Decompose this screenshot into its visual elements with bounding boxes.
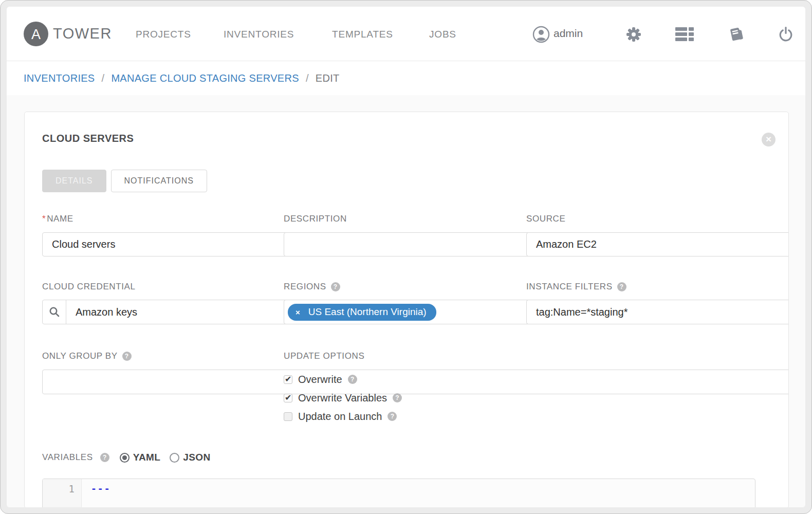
update-options-group: Overwrite ? Overwrite Variables ? Update… <box>284 370 500 426</box>
credential-lookup-button[interactable] <box>43 300 66 324</box>
top-nav: A TOWER PROJECTS INVENTORIES TEMPLATES J… <box>7 7 805 61</box>
app-window: A TOWER PROJECTS INVENTORIES TEMPLATES J… <box>7 7 805 507</box>
overwrite-variables-checkbox[interactable] <box>284 394 292 402</box>
editor-line-number: 1 <box>43 479 82 507</box>
overwrite-variables-label: Overwrite Variables <box>298 392 387 404</box>
help-icon[interactable]: ? <box>100 453 109 462</box>
breadcrumb-inventories[interactable]: INVENTORIES <box>24 72 95 84</box>
cloud-credential-label: CLOUD CREDENTIAL <box>42 282 258 292</box>
json-label: JSON <box>183 452 210 463</box>
group-edit-card: CLOUD SERVERS × DETAILS NOTIFICATIONS *N… <box>24 112 789 507</box>
variables-row: VARIABLES ? YAML JSON <box>42 452 211 463</box>
regions-label: REGIONS ? <box>284 282 500 292</box>
search-icon <box>49 306 60 318</box>
nav-item-jobs[interactable]: JOBS <box>429 29 456 40</box>
only-group-by-label: ONLY GROUP BY ? <box>42 351 258 361</box>
variables-code-editor[interactable]: 1 --- <box>42 479 755 507</box>
help-icon[interactable]: ? <box>393 393 402 402</box>
page-title: CLOUD SERVERS <box>42 133 134 144</box>
yaml-radio[interactable] <box>120 453 130 463</box>
name-label: *NAME <box>42 214 258 224</box>
variables-label: VARIABLES <box>42 452 93 463</box>
source-select[interactable]: Amazon EC2 <box>526 232 789 256</box>
update-options-label: UPDATE OPTIONS <box>284 351 500 361</box>
overwrite-checkbox[interactable] <box>284 375 292 384</box>
docs-book-icon[interactable] <box>727 26 745 43</box>
option-row-overwrite: Overwrite ? <box>284 370 500 389</box>
user-name[interactable]: admin <box>553 27 583 40</box>
window-frame: A TOWER PROJECTS INVENTORIES TEMPLATES J… <box>0 0 812 514</box>
breadcrumb: INVENTORIES / MANAGE CLOUD STAGING SERVE… <box>7 61 805 95</box>
update-on-launch-label: Update on Launch <box>298 411 382 423</box>
source-selected-value: Amazon EC2 <box>527 238 789 250</box>
help-icon[interactable]: ? <box>122 352 132 361</box>
help-icon[interactable]: ? <box>617 282 626 291</box>
update-on-launch-checkbox[interactable] <box>284 412 292 421</box>
help-icon[interactable]: ? <box>348 375 357 384</box>
nav-item-inventories[interactable]: INVENTORIES <box>224 29 294 40</box>
breadcrumb-manage-cloud-staging-servers[interactable]: MANAGE CLOUD STAGING SERVERS <box>111 72 299 84</box>
tab-notifications[interactable]: NOTIFICATIONS <box>111 170 207 192</box>
tab-bar: DETAILS NOTIFICATIONS <box>42 170 207 192</box>
source-label: SOURCE <box>526 214 743 224</box>
json-radio[interactable] <box>170 453 179 463</box>
close-icon[interactable]: × <box>762 133 776 146</box>
help-icon[interactable]: ? <box>331 282 340 291</box>
breadcrumb-separator: / <box>306 72 309 84</box>
region-tag: × US East (Northern Virginia) <box>288 304 436 321</box>
svg-text:A: A <box>31 27 41 42</box>
user-avatar-icon[interactable] <box>532 26 550 43</box>
breadcrumb-edit: EDIT <box>316 72 340 84</box>
tab-details[interactable]: DETAILS <box>42 170 106 192</box>
instance-filters-input[interactable]: tag:Name=*staging* <box>526 300 789 324</box>
description-label: DESCRIPTION <box>284 214 500 224</box>
settings-gear-icon[interactable] <box>625 26 642 43</box>
option-row-update-on-launch: Update on Launch ? <box>284 407 500 426</box>
portal-list-icon[interactable] <box>675 27 694 42</box>
option-row-overwrite-variables: Overwrite Variables ? <box>284 389 500 407</box>
instance-filters-label: INSTANCE FILTERS ? <box>526 282 743 292</box>
brand-name: TOWER <box>53 25 112 42</box>
overwrite-label: Overwrite <box>298 374 342 386</box>
nav-item-projects[interactable]: PROJECTS <box>136 29 191 40</box>
remove-tag-icon[interactable]: × <box>296 308 300 317</box>
page-body: CLOUD SERVERS × DETAILS NOTIFICATIONS *N… <box>7 95 805 507</box>
help-icon[interactable]: ? <box>387 412 397 421</box>
editor-code[interactable]: --- <box>82 479 755 507</box>
region-tag-label: US East (Northern Virginia) <box>308 306 427 318</box>
yaml-label: YAML <box>133 452 161 463</box>
nav-item-templates[interactable]: TEMPLATES <box>332 29 393 40</box>
breadcrumb-separator: / <box>102 72 105 84</box>
logout-power-icon[interactable] <box>778 26 794 42</box>
cloud-credential-value: Amazon keys <box>66 306 146 318</box>
tower-logo-icon[interactable]: A <box>24 22 48 46</box>
required-marker: * <box>42 214 46 224</box>
